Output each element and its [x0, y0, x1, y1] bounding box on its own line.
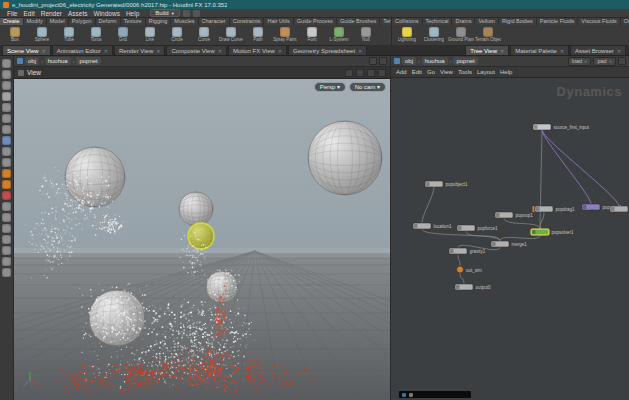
shelf-tab-hair-utils[interactable]: Hair Utils [264, 18, 293, 25]
crowd-icon[interactable] [2, 257, 11, 266]
network-node-popdrag1[interactable]: popdrag1 [533, 206, 576, 212]
pane-tab-scene-view[interactable]: Scene View✕ [2, 45, 51, 55]
network-node-popforce1[interactable]: popforce1 [457, 225, 498, 231]
close-icon[interactable]: ✕ [609, 58, 612, 65]
network-node-source_first_input[interactable]: source_first_input [533, 124, 590, 130]
camera-selector[interactable]: No cam ▾ [349, 82, 386, 92]
scene-flag-icon[interactable] [17, 58, 23, 64]
projection-selector[interactable]: Persp ▾ [314, 82, 346, 92]
network-tab-load[interactable]: load✕ [568, 57, 592, 66]
menu-render[interactable]: Render [38, 10, 65, 17]
shelf-tool-grid[interactable]: Grid [110, 26, 136, 44]
shelf-tab-guide-brushes[interactable]: Guide Brushes [337, 18, 380, 25]
cloth-icon[interactable] [2, 202, 11, 211]
snap-icon[interactable] [2, 125, 11, 134]
shelf-tool-terrain-object[interactable]: Terrain Object [475, 26, 501, 44]
close-icon[interactable]: ✕ [560, 48, 564, 54]
shelf-tool-torus[interactable]: Torus [83, 26, 109, 44]
handles-icon[interactable] [2, 103, 11, 112]
snapshot-icon[interactable] [367, 69, 375, 77]
shelf-tool-curve[interactable]: Curve [191, 26, 217, 44]
path-crumb-obj[interactable]: obj [25, 57, 39, 65]
shelf-tab-create[interactable]: Create [0, 18, 24, 25]
shelf-tool-spray-paint[interactable]: Spray Paint [272, 26, 298, 44]
close-icon[interactable]: ✕ [278, 48, 282, 54]
shelf-tab-model[interactable]: Model [47, 18, 69, 25]
shelf-tab-oceans[interactable]: Oceans [621, 18, 629, 25]
pane-tab-material-palette[interactable]: Material Palette✕ [510, 45, 569, 55]
shelf-tab-muscles[interactable]: Muscles [171, 18, 198, 25]
update-mode-icon[interactable] [183, 10, 190, 17]
shelf-tab-deform[interactable]: Deform [96, 18, 121, 25]
pin-icon[interactable] [18, 70, 24, 76]
path-crumb-huohua[interactable]: huohua [45, 57, 71, 65]
close-icon[interactable]: ✕ [104, 48, 108, 54]
path-history-icon[interactable] [369, 57, 377, 65]
close-icon[interactable]: ✕ [156, 48, 160, 54]
sculpt-icon[interactable] [2, 147, 11, 156]
scene-viewport[interactable]: Persp ▾ No cam ▾ [14, 79, 390, 400]
network-node-output0[interactable]: output0 [455, 284, 491, 290]
network-node-popsolver1[interactable]: popsolver1 [531, 229, 574, 235]
shelf-tab-vellum[interactable]: Vellum [475, 18, 499, 25]
shelf-tab-viscous-fluids[interactable]: Viscous Fluids [578, 18, 620, 25]
pane-tab-geometry-spreadsheet[interactable]: Geometry Spreadsheet✕ [288, 45, 367, 55]
rotate-icon[interactable] [2, 81, 11, 90]
close-icon[interactable]: ✕ [617, 48, 621, 54]
network-node-popobject1[interactable]: popobject1 [425, 181, 468, 187]
pane-tab-motion-fx-view[interactable]: Motion FX View✕ [228, 45, 287, 55]
shelf-tab-texture[interactable]: Texture [121, 18, 146, 25]
network-menu-go[interactable]: Go [427, 69, 435, 75]
shelf-tool-null[interactable]: Null [353, 26, 379, 44]
shelf-tool-l-system[interactable]: L-System [326, 26, 352, 44]
shelf-tool-line[interactable]: Line [137, 26, 163, 44]
shelf-tab-technical[interactable]: Technical [423, 18, 453, 25]
shelf-tab-rigging[interactable]: Rigging [146, 18, 172, 25]
network-node-out_sim[interactable]: out_sim [457, 266, 483, 273]
viewport-canvas[interactable] [14, 79, 390, 400]
layout-single-icon[interactable] [345, 69, 353, 77]
network-menu-edit[interactable]: Edit [412, 69, 422, 75]
view-tool-icon[interactable] [2, 136, 11, 145]
network-node-gravity1[interactable]: gravity1 [449, 248, 486, 254]
shelf-tool-box[interactable]: Box [2, 26, 28, 44]
network-menu-add[interactable]: Add [396, 69, 407, 75]
menu-assets[interactable]: Assets [65, 10, 91, 17]
help-icon[interactable] [193, 10, 200, 17]
wire-icon[interactable] [2, 213, 11, 222]
network-tab-pad[interactable]: pad✕ [593, 57, 616, 66]
close-icon[interactable]: ✕ [358, 48, 362, 54]
shelf-tool-path[interactable]: Path [245, 26, 271, 44]
close-icon[interactable]: ✕ [42, 48, 46, 54]
fluid-icon[interactable] [2, 235, 11, 244]
paint-icon[interactable] [2, 158, 11, 167]
shelf-tool-circle[interactable]: Circle [164, 26, 190, 44]
network-node-popvop1[interactable]: popvop1 [495, 212, 533, 218]
network-node-popcolor1[interactable]: popcolor1 [610, 206, 629, 212]
network-node-merge1[interactable]: merge1 [491, 241, 527, 247]
shelf-tab-modify[interactable]: Modify [24, 18, 47, 25]
misc-tool-icon[interactable] [2, 268, 11, 277]
shelf-tab-collisions[interactable]: Collisions [392, 18, 423, 25]
shelf-tool-tube[interactable]: Tube [56, 26, 82, 44]
pane-tab-tree-view[interactable]: Tree View✕ [465, 45, 509, 55]
flames-icon[interactable] [2, 169, 11, 178]
shelf-tool-clustering[interactable]: Clustering [421, 26, 447, 44]
pyro-icon[interactable] [2, 180, 11, 189]
layout-quad-icon[interactable] [356, 69, 364, 77]
menu-file[interactable]: File [4, 10, 20, 17]
pane-tab-animation-editor[interactable]: Animation Editor✕ [52, 45, 113, 55]
particles-icon[interactable] [2, 191, 11, 200]
shelf-tab-drains[interactable]: Drains [452, 18, 475, 25]
network-menu-layout[interactable]: Layout [477, 69, 495, 75]
shelf-tab-terrain-fx[interactable]: Terrain FX [380, 18, 391, 25]
shelf-tab-guide-process[interactable]: Guide Process [294, 18, 337, 25]
path-crumb-popnet[interactable]: popnet [76, 57, 100, 65]
network-editor[interactable]: Dynamics source_first_inputpopobject1loc… [390, 78, 629, 400]
desktop-selector[interactable]: Build▼ [150, 9, 179, 17]
network-lock-icon[interactable] [618, 57, 626, 65]
shelf-tab-rigid-bodies[interactable]: Rigid Bodies [499, 18, 537, 25]
scale-icon[interactable] [2, 92, 11, 101]
shelf-tool-lightning[interactable]: Lightning [394, 26, 420, 44]
path-crumb-popnet[interactable]: popnet [453, 57, 477, 65]
